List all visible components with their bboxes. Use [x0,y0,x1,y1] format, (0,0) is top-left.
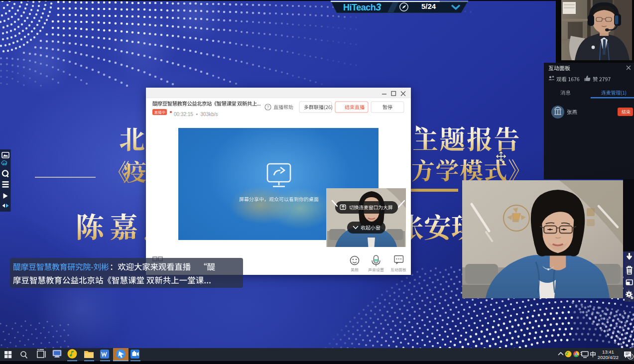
svg-text:2: 2 [630,354,632,359]
svg-text:?: ? [266,105,269,110]
svg-text:ES: ES [2,162,7,166]
